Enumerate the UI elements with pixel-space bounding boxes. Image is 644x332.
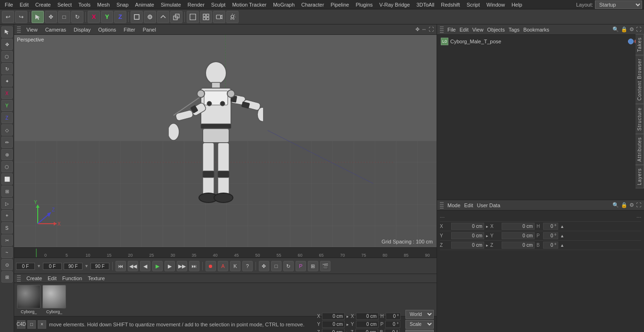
menu-create[interactable]: Create — [33, 1, 54, 8]
coord-h-val[interactable] — [386, 313, 401, 320]
attr-b-val[interactable] — [543, 242, 558, 249]
om-menu-edit[interactable]: Edit — [460, 27, 469, 32]
left-tool-6[interactable]: X — [1, 88, 13, 99]
menu-vray[interactable]: V-Ray Bridge — [377, 1, 413, 8]
start-frame-input[interactable] — [43, 263, 62, 270]
viewport-icon-1[interactable]: ✥ — [415, 26, 420, 32]
keyframe-button[interactable]: K — [230, 261, 240, 271]
play-button[interactable]: ▶ — [152, 261, 163, 271]
viewport-menu-display[interactable]: Display — [72, 27, 92, 32]
coord-z2-pos[interactable] — [355, 329, 378, 332]
pen-tool-button[interactable] — [144, 11, 156, 23]
brush-tool-button[interactable] — [187, 11, 199, 23]
left-tool-2[interactable]: ✥ — [1, 39, 13, 50]
om-object-row[interactable]: L0 Cyborg_Male_T_pose — [439, 37, 642, 46]
scale-dropdown[interactable]: Scale — [405, 320, 434, 329]
to-end-button[interactable]: ⏭ — [189, 261, 199, 271]
viewport-menu-options[interactable]: Options — [96, 27, 118, 32]
vtab-layers[interactable]: Layers — [636, 165, 644, 188]
left-tool-1[interactable] — [1, 26, 13, 38]
scale-tool-button[interactable]: □ — [58, 11, 70, 23]
x-axis-button[interactable]: X — [88, 11, 100, 23]
menu-plugins[interactable]: Plugins — [353, 1, 375, 8]
attr-h-val[interactable] — [543, 223, 558, 230]
om-menu-bookmarks[interactable]: Bookmarks — [523, 27, 549, 32]
mat-menu-function[interactable]: Function — [62, 275, 82, 281]
status-icon-3[interactable]: × — [38, 320, 46, 329]
select-tool-button[interactable] — [32, 11, 44, 23]
menu-select[interactable]: Select — [55, 1, 75, 8]
auto-key-button[interactable]: A — [218, 261, 228, 271]
next-frame-button[interactable]: ▶ — [165, 261, 175, 271]
viewport-menu-cameras[interactable]: Cameras — [43, 27, 68, 32]
menu-character[interactable]: Character — [298, 1, 327, 8]
attr-settings-icon[interactable]: ⚙ — [629, 202, 634, 208]
attr-menu-userdata[interactable]: User Data — [477, 202, 501, 208]
om-menu-view[interactable]: View — [472, 27, 484, 32]
viewport[interactable]: Perspective — [14, 35, 437, 247]
attr-search-icon[interactable]: 🔍 — [612, 202, 619, 208]
tc-film-button[interactable]: 🎬 — [320, 261, 330, 271]
mat-menu-edit[interactable]: Edit — [48, 275, 57, 281]
extrude-tool-button[interactable] — [170, 11, 182, 23]
attr-y-pos[interactable] — [451, 232, 484, 239]
menu-script[interactable]: Script — [464, 1, 483, 8]
status-icon-2[interactable]: □ — [27, 320, 36, 329]
coord-x2-pos[interactable] — [356, 313, 379, 320]
left-tool-16[interactable]: ⌖ — [1, 210, 13, 221]
left-tool-17[interactable]: S — [1, 222, 13, 234]
attr-z-pos[interactable] — [451, 242, 484, 249]
menu-mesh[interactable]: Mesh — [94, 1, 113, 8]
om-menu-file[interactable]: File — [447, 27, 456, 32]
max-frame-input[interactable] — [91, 263, 109, 270]
menu-snap[interactable]: Snap — [114, 1, 132, 8]
left-tool-21[interactable]: ⊞ — [1, 271, 13, 283]
left-tool-12[interactable]: ⬡ — [1, 161, 13, 172]
prev-frame-button[interactable]: ◀ — [140, 261, 150, 271]
om-search-icon[interactable]: 🔍 — [612, 26, 619, 32]
tc-grid-button[interactable]: ⊞ — [308, 261, 318, 271]
y-axis-button[interactable]: Y — [101, 11, 113, 23]
vtab-content-browser[interactable]: Content Browser — [636, 55, 644, 104]
mat-menu-create[interactable]: Create — [26, 275, 42, 281]
attr-x-pos[interactable] — [451, 223, 484, 230]
left-tool-7[interactable]: Y — [1, 100, 13, 111]
attr-lock-icon[interactable]: 🔒 — [621, 202, 627, 208]
record-button[interactable]: ⏺ — [206, 261, 216, 271]
help-button[interactable]: ? — [242, 261, 253, 271]
coord-x-pos[interactable] — [322, 313, 345, 320]
attr-menu-edit[interactable]: Edit — [464, 202, 473, 208]
left-tool-10[interactable]: ✏ — [1, 137, 13, 148]
attr-x2-pos[interactable] — [502, 223, 535, 230]
left-tool-15[interactable]: ▷ — [1, 198, 13, 209]
menu-file[interactable]: File — [2, 1, 16, 8]
left-tool-19[interactable]: ~ — [1, 247, 13, 258]
left-tool-8[interactable]: Z — [1, 112, 13, 123]
material-2[interactable]: Cyborg_ — [42, 285, 66, 314]
status-icon-1[interactable]: C4D — [17, 320, 25, 329]
om-menu-objects[interactable]: Objects — [487, 27, 504, 32]
menu-tools[interactable]: Tools — [75, 1, 93, 8]
menu-sculpt[interactable]: Sculpt — [208, 1, 229, 8]
vtab-attributes[interactable]: Attributes — [636, 134, 644, 165]
menu-animate[interactable]: Animate — [132, 1, 157, 8]
z-axis-button[interactable]: Z — [114, 11, 126, 23]
light-button[interactable] — [226, 11, 239, 23]
left-tool-9[interactable]: ◇ — [1, 124, 13, 136]
apply-button[interactable]: Apply — [405, 330, 434, 332]
viewport-menu-panel[interactable]: Panel — [141, 27, 158, 32]
layout-select[interactable]: Startup — [595, 0, 642, 9]
menu-edit[interactable]: Edit — [17, 1, 32, 8]
vtab-structure[interactable]: Structure — [636, 104, 644, 134]
menu-3dtall[interactable]: 3DToAll — [413, 1, 437, 8]
world-dropdown[interactable]: World — [405, 310, 434, 319]
vtab-takes[interactable]: Takes — [636, 34, 644, 55]
menu-window[interactable]: Window — [484, 1, 508, 8]
end-frame-input[interactable] — [64, 263, 83, 270]
tc-p-button[interactable]: P — [296, 261, 306, 271]
next-key-button[interactable]: ▶▶ — [177, 261, 187, 271]
undo-button[interactable]: ↩ — [2, 11, 14, 23]
attr-z2-pos[interactable] — [502, 242, 535, 249]
left-tool-11[interactable]: ⊛ — [1, 149, 13, 160]
left-tool-13[interactable]: ⬜ — [1, 173, 13, 185]
